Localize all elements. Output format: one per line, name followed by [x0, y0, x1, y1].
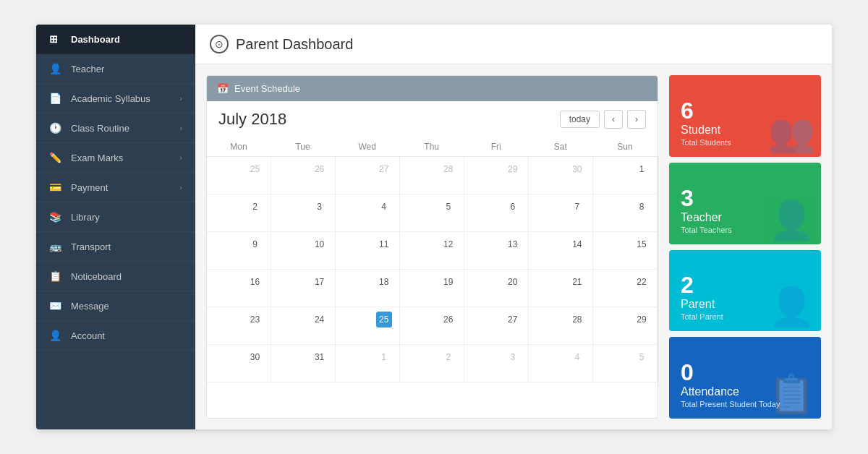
calendar-day-cell[interactable]: 9 — [207, 232, 271, 270]
calendar-day-cell[interactable]: 28 — [399, 157, 464, 194]
calendar-day-cell[interactable]: 4 — [335, 194, 399, 232]
weekday-sat: Sat — [528, 137, 592, 157]
date-number: 5 — [441, 199, 456, 215]
calendar-day-cell[interactable]: 16 — [207, 270, 271, 307]
calendar-day-cell[interactable]: 7 — [528, 194, 592, 232]
date-number: 23 — [247, 312, 263, 327]
calendar-day-cell[interactable]: 3 — [271, 194, 335, 232]
weekday-thu: Thu — [399, 137, 464, 157]
date-number: 8 — [634, 199, 650, 215]
calendar-day-cell[interactable]: 6 — [464, 194, 528, 232]
calendar-header-bar: 📅 Event Schedule — [207, 76, 658, 101]
sidebar-icon-payment: 💳 — [49, 181, 64, 193]
date-number: 13 — [505, 236, 521, 252]
date-number: 18 — [376, 274, 392, 290]
date-number: 27 — [505, 312, 521, 327]
calendar-day-cell[interactable]: 30 — [528, 157, 592, 194]
calendar-day-cell[interactable]: 28 — [528, 307, 592, 345]
calendar-day-cell[interactable]: 26 — [271, 157, 335, 194]
page-header: ⊙ Parent Dashboard — [195, 25, 832, 64]
calendar-nav: July 2018 today ‹ › — [207, 101, 658, 137]
prev-month-button[interactable]: ‹ — [604, 110, 623, 129]
sidebar-item-transport[interactable]: 🚌 Transport — [36, 232, 195, 262]
calendar-month-title: July 2018 — [218, 110, 286, 129]
calendar-day-cell[interactable]: 31 — [271, 345, 335, 382]
calendar-icon: 📅 — [217, 83, 229, 94]
date-number: 11 — [376, 236, 392, 252]
calendar-day-cell[interactable]: 18 — [335, 270, 399, 307]
date-number: 6 — [505, 199, 521, 215]
sidebar-item-account[interactable]: 👤 Account — [36, 321, 195, 351]
sidebar-item-library[interactable]: 📚 Library — [36, 202, 195, 232]
calendar-day-cell[interactable]: 14 — [528, 232, 592, 270]
calendar-week-row: 23242526272829 — [207, 307, 658, 345]
calendar-day-cell[interactable]: 13 — [464, 232, 528, 270]
date-number: 5 — [634, 349, 650, 365]
sidebar-icon-dashboard: ⊞ — [49, 33, 64, 45]
calendar-day-cell[interactable]: 5 — [399, 194, 464, 232]
stat-sub-parent: Total Parent — [681, 312, 809, 321]
sidebar-item-noticeboard[interactable]: 📋 Noticeboard — [36, 262, 195, 291]
calendar-day-cell[interactable]: 29 — [464, 157, 528, 194]
calendar-day-cell[interactable]: 11 — [335, 232, 399, 270]
calendar-day-cell[interactable]: 15 — [592, 232, 657, 270]
sidebar-item-teacher[interactable]: 👤 Teacher — [36, 54, 195, 84]
calendar-day-cell[interactable]: 1 — [335, 345, 399, 382]
date-number: 30 — [247, 349, 263, 365]
sidebar-item-academic-syllabus[interactable]: 📄 Academic Syllabus › — [36, 84, 195, 113]
date-number: 25 — [247, 161, 263, 177]
calendar-day-cell[interactable]: 2 — [207, 194, 271, 232]
sidebar-label-account: Account — [71, 330, 105, 341]
sidebar-label-teacher: Teacher — [71, 64, 104, 74]
calendar-day-cell[interactable]: 17 — [271, 270, 335, 307]
calendar-day-cell[interactable]: 23 — [207, 307, 271, 345]
calendar-day-cell[interactable]: 25 — [335, 307, 399, 345]
calendar-day-cell[interactable]: 20 — [464, 270, 528, 307]
calendar-day-cell[interactable]: 2 — [399, 345, 464, 382]
calendar-day-cell[interactable]: 5 — [592, 345, 657, 382]
calendar-day-cell[interactable]: 3 — [464, 345, 528, 382]
next-month-button[interactable]: › — [627, 110, 646, 129]
sidebar-label-library: Library — [71, 212, 100, 223]
calendar-grid: MonTueWedThuFriSatSun 252627282930123456… — [207, 137, 658, 382]
calendar-day-cell[interactable]: 26 — [399, 307, 464, 345]
calendar-week-row: 303112345 — [207, 345, 658, 382]
sidebar-item-class-routine[interactable]: 🕐 Class Routine › — [36, 113, 195, 143]
sidebar-label-exam-marks: Exam Marks — [71, 153, 123, 163]
calendar-day-cell[interactable]: 24 — [271, 307, 335, 345]
today-button[interactable]: today — [560, 111, 600, 128]
calendar-day-cell[interactable]: 21 — [528, 270, 592, 307]
sidebar-icon-exam-marks: ✏️ — [49, 152, 64, 163]
sidebar-icon-class-routine: 🕐 — [49, 122, 64, 134]
calendar-day-cell[interactable]: 8 — [592, 194, 657, 232]
calendar-day-cell[interactable]: 27 — [335, 157, 399, 194]
calendar-day-cell[interactable]: 30 — [207, 345, 271, 382]
calendar-day-cell[interactable]: 25 — [207, 157, 271, 194]
sidebar-item-dashboard[interactable]: ⊞ Dashboard — [36, 25, 195, 54]
date-number: 28 — [441, 161, 456, 177]
sidebar-item-exam-marks[interactable]: ✏️ Exam Marks › — [36, 143, 195, 173]
chevron-icon: › — [179, 94, 182, 103]
date-number: 28 — [569, 312, 585, 327]
weekday-fri: Fri — [464, 137, 528, 157]
calendar-day-cell[interactable]: 19 — [399, 270, 464, 307]
calendar-nav-controls: today ‹ › — [560, 110, 646, 129]
stat-card-attendance: 📋 0 Attendance Total Present Student Tod… — [669, 337, 821, 419]
calendar-day-cell[interactable]: 4 — [528, 345, 592, 382]
stat-card-teacher: 👤 3 Teacher Total Teachers — [669, 163, 821, 244]
calendar-day-cell[interactable]: 27 — [464, 307, 528, 345]
calendar-week-row: 2345678 — [207, 194, 658, 232]
date-number: 3 — [505, 349, 521, 365]
sidebar-item-message[interactable]: ✉️ Message — [36, 291, 195, 321]
calendar-day-cell[interactable]: 29 — [592, 307, 657, 345]
sidebar-item-payment[interactable]: 💳 Payment › — [36, 173, 195, 202]
stat-sub-attendance: Total Present Student Today — [681, 400, 809, 408]
today-date: 25 — [376, 312, 392, 327]
calendar-day-cell[interactable]: 1 — [592, 157, 657, 194]
calendar-day-cell[interactable]: 12 — [399, 232, 464, 270]
weekday-mon: Mon — [207, 137, 271, 157]
date-number: 26 — [441, 312, 456, 327]
calendar-day-cell[interactable]: 10 — [271, 232, 335, 270]
calendar-day-cell[interactable]: 22 — [592, 270, 657, 307]
sidebar-icon-teacher: 👤 — [49, 63, 64, 74]
